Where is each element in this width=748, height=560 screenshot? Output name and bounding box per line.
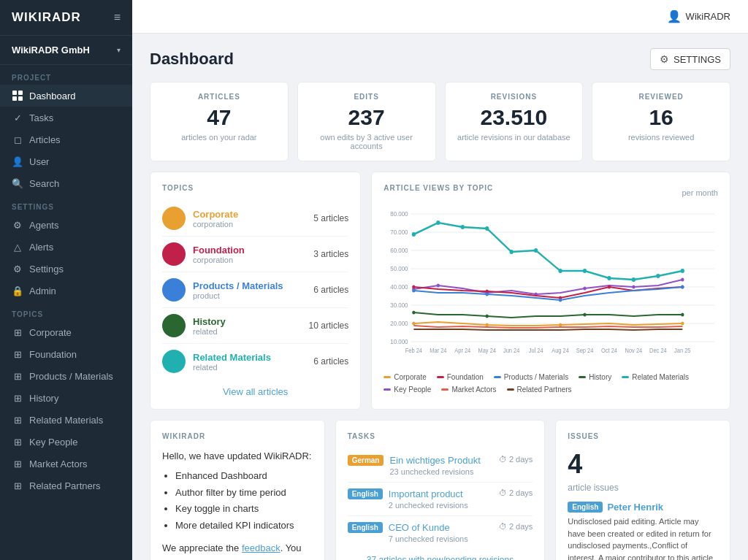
page-title: Dashboard xyxy=(150,50,234,69)
task-title[interactable]: Ein wichtiges Produkt xyxy=(389,455,492,466)
svg-point-43 xyxy=(681,269,684,273)
legend-color xyxy=(441,388,449,391)
topic-count: 6 articles xyxy=(313,285,348,295)
content-area: Dashboard ⚙ SETTINGS ARTICLES 47 article… xyxy=(132,34,748,560)
user-avatar-icon: 👤 xyxy=(667,9,682,23)
legend-item: Key People xyxy=(383,386,431,394)
products-topic-icon: ⊞ xyxy=(12,370,23,382)
org-selector[interactable]: WikiRADR GmbH ▾ xyxy=(0,36,132,65)
task-badge: English xyxy=(348,488,383,499)
chart-header: ARTICLE VIEWS BY TOPIC per month xyxy=(383,184,718,201)
legend-label: Products / Materials xyxy=(504,373,568,381)
sidebar-item-articles[interactable]: ◻ Articles xyxy=(0,129,132,150)
legend-item: Market Actors xyxy=(441,386,496,394)
sidebar-item-related-materials[interactable]: ⊞ Related Materials xyxy=(0,409,132,431)
section-project-label: PROJECT xyxy=(0,65,132,85)
svg-point-57 xyxy=(486,293,489,296)
topic-item[interactable]: Related Materials related 6 articles xyxy=(162,344,348,379)
issues-count: 4 xyxy=(568,449,718,480)
svg-point-33 xyxy=(436,220,440,225)
sidebar-item-key-people[interactable]: ⊞ Key People xyxy=(0,431,132,453)
sidebar-item-settings[interactable]: ⚙ Settings xyxy=(0,258,132,280)
task-title[interactable]: CEO of Kunde xyxy=(389,522,493,533)
svg-text:10.000: 10.000 xyxy=(390,338,408,346)
svg-rect-3 xyxy=(18,96,23,101)
legend-color xyxy=(383,388,391,391)
topic-item[interactable]: Corporate corporation 5 articles xyxy=(162,201,348,237)
org-chevron-icon: ▾ xyxy=(117,46,121,54)
svg-point-62 xyxy=(559,323,562,327)
kpi-value: 23.510 xyxy=(457,105,571,130)
svg-point-66 xyxy=(584,313,587,317)
svg-rect-1 xyxy=(18,91,23,95)
sidebar-item-alerts[interactable]: △ Alerts xyxy=(0,236,132,258)
topic-name: Corporate xyxy=(193,209,313,220)
sidebar-item-products-materials[interactable]: ⊞ Products / Materials xyxy=(0,365,132,387)
topic-item[interactable]: Products / Materials product 6 articles xyxy=(162,272,348,308)
sidebar-item-user[interactable]: 👤 User xyxy=(0,150,132,172)
sidebar-item-foundation[interactable]: ⊞ Foundation xyxy=(0,343,132,365)
topnav-user[interactable]: 👤 WikiRADR xyxy=(667,9,730,23)
chart-per-month: per month xyxy=(682,188,718,197)
org-name: WikiRADR GmbH xyxy=(12,45,90,55)
sidebar-item-tasks[interactable]: ✓ Tasks xyxy=(0,107,132,129)
legend-item: Corporate xyxy=(383,373,426,381)
view-all-link[interactable]: View all articles xyxy=(162,386,348,397)
topic-name: Foundation xyxy=(193,245,313,256)
corporate-topic-label: Corporate xyxy=(29,327,72,338)
legend-label: Corporate xyxy=(394,373,426,381)
menu-icon[interactable]: ≡ xyxy=(114,11,121,24)
history-topic-icon: ⊞ xyxy=(12,392,23,404)
svg-text:Sep 24: Sep 24 xyxy=(576,348,594,355)
svg-text:May 24: May 24 xyxy=(478,348,497,355)
svg-point-34 xyxy=(461,225,465,229)
task-sub: 7 unchecked revisions xyxy=(389,534,493,543)
market-actors-topic-label: Market Actors xyxy=(29,459,87,469)
topic-info: History related xyxy=(193,316,309,336)
agents-label: Agents xyxy=(29,220,58,231)
kpi-card: REVISIONS 23.510 article revisions in ou… xyxy=(445,82,584,161)
task-title[interactable]: Important product xyxy=(389,488,493,499)
feedback-link[interactable]: feedback xyxy=(242,542,280,553)
legend-color xyxy=(622,376,629,378)
issue-name[interactable]: Peter Henrik xyxy=(607,502,663,513)
sidebar-item-corporate[interactable]: ⊞ Corporate xyxy=(0,321,132,343)
legend-item: Foundation xyxy=(437,373,484,381)
sidebar-item-search[interactable]: 🔍 Search xyxy=(0,172,132,194)
legend-color xyxy=(383,376,391,378)
admin-icon: 🔒 xyxy=(12,285,23,296)
sidebar-item-agents[interactable]: ⚙ Agents xyxy=(0,214,132,236)
svg-text:Jul 24: Jul 24 xyxy=(529,348,543,355)
sidebar-item-dashboard[interactable]: Dashboard xyxy=(0,85,132,107)
settings-button[interactable]: ⚙ SETTINGS xyxy=(650,48,730,70)
svg-text:Jun 24: Jun 24 xyxy=(503,348,520,355)
corporate-topic-icon: ⊞ xyxy=(12,326,23,338)
legend-item: Products / Materials xyxy=(494,373,568,381)
wikiradr-list-item: More detailed KPI indicators xyxy=(175,518,313,534)
legend-label: Market Actors xyxy=(451,386,496,394)
topic-item[interactable]: Foundation corporation 3 articles xyxy=(162,237,348,272)
legend-label: History xyxy=(589,373,611,381)
kpi-desc: own edits by 3 active user accounts xyxy=(310,133,424,150)
related-partners-topic-label: Related Partners xyxy=(29,480,101,491)
wikiradr-card: WIKIRADR Hello, we have updated WikiRADR… xyxy=(150,420,325,560)
sidebar-item-related-partners[interactable]: ⊞ Related Partners xyxy=(0,475,132,496)
svg-point-39 xyxy=(583,269,587,273)
svg-point-63 xyxy=(681,322,684,326)
kpi-card: REVIEWED 16 revisions reviewed xyxy=(592,82,730,161)
sidebar-item-history[interactable]: ⊞ History xyxy=(0,387,132,409)
main-area: 👤 WikiRADR Dashboard ⚙ SETTINGS ARTICLES… xyxy=(132,0,748,560)
topic-info: Related Materials related xyxy=(193,352,313,372)
chart-container: 80.000 70.000 60.000 50.000 40.000 30.00… xyxy=(383,207,718,367)
topic-dot xyxy=(162,278,186,302)
logo-text: WIKIRADR xyxy=(12,10,81,25)
topic-name: Related Materials xyxy=(193,352,313,363)
svg-point-41 xyxy=(632,277,636,282)
wikiradr-content: Hello, we have updated WikiRADR: Enhance… xyxy=(162,449,313,560)
sidebar-item-admin[interactable]: 🔒 Admin xyxy=(0,280,132,302)
task-badge: English xyxy=(348,522,383,533)
tasks-footer[interactable]: 37 articles with new/pending revisions xyxy=(348,555,533,560)
sidebar-item-market-actors[interactable]: ⊞ Market Actors xyxy=(0,453,132,475)
topic-item[interactable]: History related 10 articles xyxy=(162,308,348,344)
task-info: Ein wichtiges Produkt 23 unchecked revis… xyxy=(389,455,492,476)
